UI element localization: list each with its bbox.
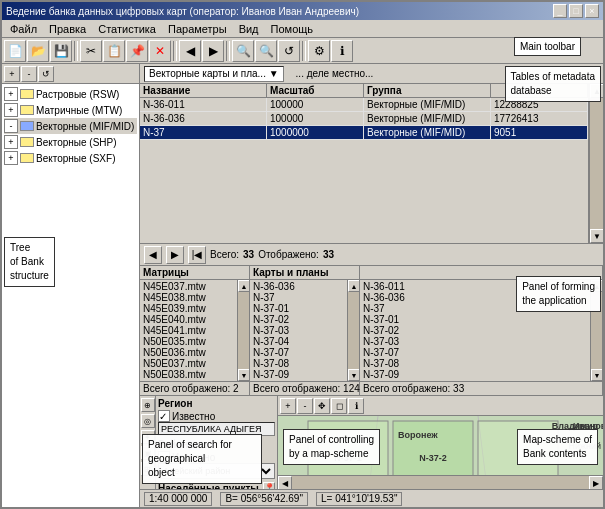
close-button[interactable]: ×	[585, 4, 599, 18]
scroll-track-h[interactable]	[292, 476, 589, 489]
tree-collapse-button[interactable]: -	[21, 66, 37, 82]
map-zoom-out-button[interactable]: -	[297, 398, 313, 414]
list-item[interactable]: N-37	[251, 292, 346, 303]
tree-item-vector-shp[interactable]: + Векторные (SHP)	[4, 134, 137, 150]
list-item[interactable]: N-37-07	[361, 347, 589, 358]
list-item[interactable]: N50E035.mtw	[141, 336, 236, 347]
map-pan-button[interactable]: ✥	[314, 398, 330, 414]
col-group[interactable]: Группа	[364, 84, 491, 97]
tree-item-matrix[interactable]: + Матричные (MTW)	[4, 102, 137, 118]
new-button[interactable]: 📄	[4, 40, 26, 62]
paste-button[interactable]: 📌	[126, 40, 148, 62]
list-item[interactable]: N45E037.mtw	[141, 281, 236, 292]
side-btn-2[interactable]: ◎	[141, 414, 155, 428]
list-item[interactable]: N-37-02	[361, 325, 589, 336]
map-info-button[interactable]: ℹ	[348, 398, 364, 414]
tree-expand-vector-shp[interactable]: +	[4, 135, 18, 149]
tree-expand-vector-sxf[interactable]: +	[4, 151, 18, 165]
tree-item-raster[interactable]: + Растровые (RSW)	[4, 86, 137, 102]
zoom-in-button[interactable]: 🔍	[232, 40, 254, 62]
scroll-track[interactable]	[348, 292, 359, 369]
scroll-track[interactable]	[590, 98, 603, 229]
nav-first-button[interactable]: |◀	[188, 246, 206, 264]
menu-parameters[interactable]: Параметры	[162, 22, 233, 36]
menu-file[interactable]: Файл	[4, 22, 43, 36]
scroll-down-button[interactable]: ▼	[348, 369, 359, 381]
vector-plans-footer: Всего отображено: 124	[250, 381, 359, 395]
map-area[interactable]: N-37-1 N-37-2 N-37 N-37-3	[278, 416, 603, 475]
scroll-up-button[interactable]: ▲	[238, 280, 249, 292]
copy-button[interactable]: 📋	[103, 40, 125, 62]
list-item[interactable]: N50E037.mtw	[141, 358, 236, 369]
region-row: ✓ Известно	[158, 410, 275, 422]
cut-button[interactable]: ✂	[80, 40, 102, 62]
map-zoom-in-button[interactable]: +	[280, 398, 296, 414]
map-scrollbar-h[interactable]: ◀ ▶	[278, 475, 603, 489]
vector-plans-panel: Карты и планы N-36-036 N-37 N-37-01 N-37…	[250, 266, 360, 395]
col-scale[interactable]: Масштаб	[267, 84, 364, 97]
list-item[interactable]: N-37-09	[361, 369, 589, 380]
matrices-scrollbar[interactable]: ▲ ▼	[237, 280, 249, 381]
menu-statistics[interactable]: Статистика	[92, 22, 162, 36]
list-item[interactable]: N-36-036	[251, 281, 346, 292]
vector-plans-scrollbar[interactable]: ▲ ▼	[347, 280, 359, 381]
side-btn-1[interactable]: ⊕	[141, 398, 155, 412]
tree-item-vector-sxf[interactable]: + Векторные (SXF)	[4, 150, 137, 166]
tree-expand-vector-mif[interactable]: -	[4, 119, 18, 133]
tree-expand-matrix[interactable]: +	[4, 103, 18, 117]
table-dropdown[interactable]: Векторные карты и пла... ▼	[144, 66, 284, 82]
info-button[interactable]: ℹ	[331, 40, 353, 62]
list-item[interactable]: N-37-01	[361, 314, 589, 325]
table-scrollbar[interactable]: ▲ ▼	[589, 84, 603, 243]
settings-button[interactable]: ⚙	[308, 40, 330, 62]
list-item[interactable]: N45E038.mtw	[141, 292, 236, 303]
tree-expand-button[interactable]: +	[4, 66, 20, 82]
forward-button[interactable]: ▶	[202, 40, 224, 62]
menu-help[interactable]: Помощь	[265, 22, 320, 36]
scroll-right-button[interactable]: ▶	[589, 476, 603, 489]
menu-view[interactable]: Вид	[233, 22, 265, 36]
save-button[interactable]: 💾	[50, 40, 72, 62]
scroll-down-button[interactable]: ▼	[590, 229, 603, 243]
open-button[interactable]: 📂	[27, 40, 49, 62]
settlements-add-button[interactable]: 📍	[263, 482, 275, 489]
list-item[interactable]: N45E040.mtw	[141, 314, 236, 325]
tree-panel: + - ↺ + Растровые (RSW) + Матричные (MTW…	[2, 64, 140, 507]
tree-item-vector-mif[interactable]: - Векторные (MIF/MID)	[4, 118, 137, 134]
zoom-out-button[interactable]: 🔍	[255, 40, 277, 62]
tables-content: Название Масштаб Группа N-36-011 100000 …	[140, 84, 603, 243]
list-item[interactable]: N-37-03	[361, 336, 589, 347]
list-item[interactable]: N-37-08	[361, 358, 589, 369]
scroll-left-button[interactable]: ◀	[278, 476, 292, 489]
tree-expand-raster[interactable]: +	[4, 87, 18, 101]
refresh-button[interactable]: ↺	[278, 40, 300, 62]
list-item[interactable]: N-37-03	[251, 325, 346, 336]
list-item[interactable]: N-37-07	[251, 347, 346, 358]
list-item[interactable]: N-37-02	[251, 314, 346, 325]
list-item[interactable]: N45E041.mtw	[141, 325, 236, 336]
list-item[interactable]: N50E038.mtw	[141, 369, 236, 380]
table-row[interactable]: N-37 1000000 Векторные (MIF/MID) 9051	[140, 126, 588, 140]
col-name[interactable]: Название	[140, 84, 267, 97]
minimize-button[interactable]: _	[553, 4, 567, 18]
map-select-button[interactable]: ◻	[331, 398, 347, 414]
delete-button[interactable]: ✕	[149, 40, 171, 62]
region-checkbox[interactable]: ✓	[158, 410, 170, 422]
menu-edit[interactable]: Правка	[43, 22, 92, 36]
nav-prev-button[interactable]: ◀	[144, 246, 162, 264]
list-item[interactable]: N-37-08	[251, 358, 346, 369]
maximize-button[interactable]: □	[569, 4, 583, 18]
table-row[interactable]: N-36-036 100000 Векторные (MIF/MID) 1772…	[140, 112, 588, 126]
nav-next-button[interactable]: ▶	[166, 246, 184, 264]
tree-refresh-button[interactable]: ↺	[38, 66, 54, 82]
scroll-down-button[interactable]: ▼	[238, 369, 249, 381]
list-item[interactable]: N-37-09	[251, 369, 346, 380]
list-item[interactable]: N50E036.mtw	[141, 347, 236, 358]
list-item[interactable]: N-37-04	[251, 336, 346, 347]
list-item[interactable]: N45E039.mtw	[141, 303, 236, 314]
scroll-down-button[interactable]: ▼	[591, 369, 602, 381]
scroll-up-button[interactable]: ▲	[348, 280, 359, 292]
scroll-track[interactable]	[238, 292, 249, 369]
list-item[interactable]: N-37-01	[251, 303, 346, 314]
back-button[interactable]: ◀	[179, 40, 201, 62]
